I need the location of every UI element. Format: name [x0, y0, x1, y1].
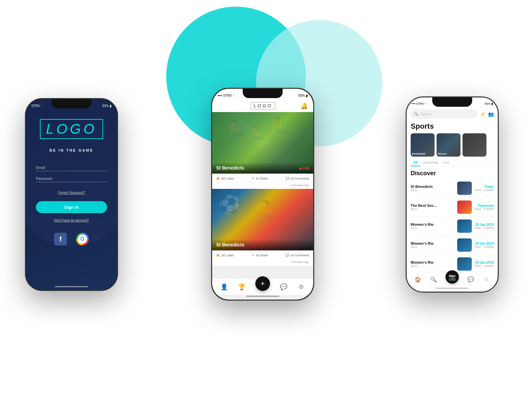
- discover-date-label-5: 20 Jan,2019: [474, 261, 494, 264]
- player-silhouette-4: ⚽: [219, 194, 242, 215]
- feed-shares-2[interactable]: ↗ 24 Share: [252, 254, 268, 257]
- discover-item-2[interactable]: The Best Soc... 15 U Tomorrow Time : 3:0…: [411, 198, 494, 217]
- search-input-box[interactable]: 🔍 Search: [411, 109, 477, 119]
- discover-info-4: Women's Rio 12 U: [411, 241, 455, 249]
- discover-item-3[interactable]: Women's Rio 12 U 20 Jan,2019 Time : 3:00…: [411, 217, 494, 236]
- live-dot: [300, 168, 302, 170]
- filter-icon[interactable]: ⚡: [480, 111, 485, 117]
- feed-likes-2[interactable]: 🔥 187 Likes: [216, 254, 234, 257]
- feed-nav-settings[interactable]: ⚙: [297, 283, 305, 291]
- discover-time-4: Time : 3:00PM: [474, 245, 494, 249]
- feed-nav-chat[interactable]: 💬: [280, 283, 288, 291]
- discover-date-label-2: Tomorrow: [474, 204, 494, 207]
- sport-card-other[interactable]: [463, 133, 486, 157]
- feed-header: LOGO 🔔: [212, 99, 313, 112]
- feed-logo: LOGO: [251, 102, 275, 109]
- email-label: Email: [36, 166, 107, 170]
- phone-login: STRV ↑ 93% ▮ LOGO BE IN THE GAME Email P…: [25, 98, 118, 291]
- feed-card-2: ⚽ 🏃 St Benedicts: [212, 189, 313, 250]
- feed-battery: 93% ▮: [298, 94, 308, 97]
- sports-tabs: All Upcoming Live: [407, 159, 498, 167]
- discover-info-1: St Benedicts 15 U: [411, 185, 455, 192]
- signin-button[interactable]: Sign in: [36, 201, 107, 213]
- feed-comments-2[interactable]: 💬 54 Comments: [286, 254, 309, 257]
- discover-name-1: St Benedicts: [411, 185, 455, 189]
- sports-tab-all[interactable]: All: [411, 159, 420, 166]
- sports-nav-camera[interactable]: 📷: [446, 270, 459, 284]
- password-label: Password: [36, 177, 107, 181]
- login-home-indicator: [55, 286, 88, 287]
- discover-date-label-4: 20 Jan,2019: [474, 242, 494, 245]
- google-icon[interactable]: G: [76, 233, 89, 245]
- password-field-line: [36, 182, 107, 182]
- fire-icon: 🔥: [216, 177, 220, 180]
- sport-card-soccer[interactable]: Soccer: [437, 133, 461, 157]
- google-inner: G: [78, 234, 87, 244]
- login-content: LOGO BE IN THE GAME Email Password Forgo…: [26, 119, 117, 245]
- email-field-line: [36, 171, 107, 171]
- facebook-icon[interactable]: f: [54, 233, 67, 245]
- discover-sub-1: 15 U: [411, 189, 455, 192]
- discover-thumb-4: [457, 238, 472, 252]
- feed-card-1-actions: 🔥 187 Likes ↗ 24 Share 💬 54 Comments: [212, 174, 313, 183]
- player-silhouette-5: 🏃: [252, 199, 281, 226]
- feed-timestamp-2: 4 minutes ago: [212, 260, 313, 266]
- people-icon[interactable]: 👥: [488, 111, 494, 117]
- discover-date-3: 20 Jan,2019 Time : 3:00PM: [474, 223, 494, 230]
- discover-info-3: Women's Rio 12 U: [411, 222, 455, 230]
- comment-icon-1: 💬: [286, 177, 289, 180]
- feed-card-1-title: St Benedicts: [216, 165, 244, 171]
- discover-title: Discover: [407, 168, 498, 179]
- feed-likes-1[interactable]: 🔥 187 Likes: [216, 177, 234, 180]
- scene: STRV ↑ 93% ▮ LOGO BE IN THE GAME Email P…: [0, 0, 532, 399]
- player-silhouette-3: 🏃: [265, 115, 290, 139]
- player-silhouette-1: 🏃: [222, 119, 247, 142]
- comment-icon-2: 💬: [286, 254, 289, 257]
- discover-date-5: 20 Jan,2019 Time : 3:00PM: [474, 261, 494, 268]
- feed-card-1: 🏃 🏃 🏃 St Benedicts LIVE: [212, 112, 313, 174]
- discover-name-5: Women's Rio: [411, 260, 455, 264]
- login-carrier: STRV ↑: [31, 104, 43, 108]
- bell-icon[interactable]: 🔔: [301, 102, 308, 109]
- feed-nav-profile[interactable]: 👤: [220, 283, 228, 291]
- sports-title: Sports: [407, 121, 498, 132]
- sports-nav-chat[interactable]: 💬: [467, 276, 474, 283]
- sports-tab-live[interactable]: Live: [441, 159, 452, 166]
- discover-thumb-5: [457, 257, 472, 271]
- discover-name-2: The Best Soc...: [411, 203, 455, 207]
- feed-nav-fab[interactable]: +: [255, 276, 270, 291]
- discover-time-3: Time : 3:00PM: [474, 226, 494, 230]
- sport-card-basketball[interactable]: Basketball: [411, 133, 435, 157]
- feed-card-2-title: St Benedicts: [216, 242, 244, 247]
- discover-item-1[interactable]: St Benedicts 15 U Today Time : 3:00PM: [411, 179, 494, 198]
- signup-link[interactable]: Don't have an account?: [54, 218, 89, 222]
- discover-time-1: Time : 3:00PM: [474, 189, 494, 192]
- forgot-password-link[interactable]: Forgot Password?: [58, 191, 85, 195]
- feed-screen: •••• STRV ↑ 93% ▮ LOGO 🔔 🏃 🏃 🏃 St Benedi…: [212, 89, 313, 300]
- search-icon: 🔍: [414, 112, 419, 116]
- login-screen: STRV ↑ 93% ▮ LOGO BE IN THE GAME Email P…: [26, 99, 117, 290]
- sports-nav-home[interactable]: 🏠: [414, 276, 422, 283]
- sports-tab-upcoming[interactable]: Upcoming: [420, 159, 441, 166]
- password-field-container: Password: [36, 177, 107, 182]
- feed-nav-trophy[interactable]: 🏆: [238, 283, 246, 291]
- discover-sub-2: 15 U: [411, 207, 455, 211]
- discover-thumb-1: [457, 182, 472, 195]
- discover-info-5: Women's Rio 12 U: [411, 260, 455, 268]
- discover-item-4[interactable]: Women's Rio 12 U 20 Jan,2019 Time : 3:00…: [411, 236, 494, 255]
- sports-nav-settings[interactable]: ⚙: [483, 276, 490, 283]
- sports-categories: Basketball Soccer: [407, 132, 498, 159]
- login-battery: 93% ▮: [102, 104, 112, 108]
- discover-info-2: The Best Soc... 15 U: [411, 203, 455, 211]
- login-tagline: BE IN THE GAME: [50, 148, 93, 152]
- feed-comments-1[interactable]: 💬 54 Comments: [286, 177, 309, 180]
- sports-nav-search[interactable]: 🔍: [430, 276, 437, 283]
- email-field-container: Email: [36, 166, 107, 171]
- discover-thumb-2: [457, 200, 472, 214]
- feed-card-2-overlay: St Benedicts: [212, 239, 313, 250]
- feed-shares-1[interactable]: ↗ 24 Share: [252, 177, 268, 180]
- basketball-label: Basketball: [412, 152, 425, 155]
- sports-bottom-nav: 🏠 🔍 📷 💬 ⚙: [407, 272, 498, 287]
- discover-sub-5: 12 U: [411, 264, 455, 268]
- share-icon-2: ↗: [252, 254, 254, 257]
